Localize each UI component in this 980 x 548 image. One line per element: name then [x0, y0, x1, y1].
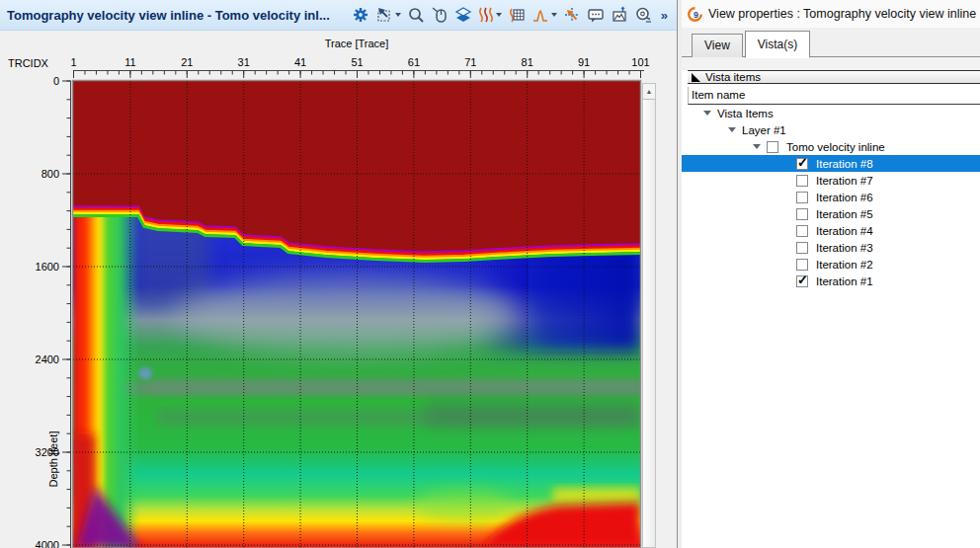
view-title: Tomography velocity view inline - Tomo v… [0, 8, 330, 23]
checkbox-unchecked[interactable] [767, 141, 778, 153]
settings-gear-icon[interactable] [350, 2, 371, 28]
checkbox-unchecked[interactable] [796, 208, 808, 220]
tree-row-layer-1[interactable]: Layer #1 [682, 121, 980, 138]
checkbox-unchecked[interactable] [796, 225, 808, 237]
checkbox-unchecked[interactable] [796, 242, 808, 254]
checkbox-checked[interactable]: ✓ [796, 158, 808, 170]
check-icon: ✓ [797, 274, 808, 287]
velocity-section-plot[interactable]: Trace [Trace] TRCIDX Depth [feet] 111213… [0, 30, 678, 548]
svg-text:51: 51 [351, 56, 363, 68]
svg-text:1: 1 [70, 56, 76, 68]
velocity-image [73, 81, 640, 548]
seismic-traces-icon[interactable] [476, 2, 504, 28]
svg-text:800: 800 [41, 168, 59, 180]
svg-text:2400: 2400 [36, 353, 59, 365]
application-window: Tomography velocity view inline - Tomo v… [0, 0, 980, 548]
tree-row-iteration-8[interactable]: ✓ Iteration #8 [682, 155, 980, 172]
crosshair-picking-icon[interactable] [561, 2, 583, 28]
left-axis-title: Depth [feet] [47, 431, 59, 488]
measure-tape-icon[interactable] [632, 2, 654, 28]
plot-vertical-scrollbar[interactable]: ▲ [642, 83, 656, 548]
tab-vistas[interactable]: Vista(s) [745, 31, 810, 58]
item-name-column-header[interactable]: Item name [688, 87, 980, 105]
panel-titlebar: 9 View properties : Tomography velocity … [682, 0, 980, 28]
check-icon: ✓ [797, 156, 808, 170]
checkbox-unchecked[interactable] [796, 259, 808, 271]
svg-text:3200: 3200 [36, 446, 59, 458]
chevron-down-icon [496, 13, 502, 17]
svg-text:9: 9 [694, 9, 698, 19]
vista-logo-icon: 9 [688, 7, 702, 22]
tree-row-iteration-1[interactable]: ✓ Iteration #1 [682, 273, 980, 289]
checkbox-checked[interactable]: ✓ [796, 275, 808, 287]
image-export-icon[interactable] [609, 2, 630, 28]
tree-row-iteration-6[interactable]: Iteration #6 [682, 189, 980, 205]
mouse-mode-icon[interactable] [429, 2, 450, 28]
view-titlebar: Tomography velocity view inline - Tomo v… [0, 0, 677, 31]
svg-text:11: 11 [124, 56, 135, 68]
svg-text:71: 71 [464, 56, 476, 68]
scroll-up-button[interactable]: ▲ [643, 84, 655, 100]
svg-text:4000: 4000 [36, 539, 59, 548]
view-pane: Tomography velocity view inline - Tomo v… [0, 0, 677, 548]
panel-title-text: View properties : Tomography velocity vi… [708, 7, 976, 21]
svg-text:0: 0 [53, 75, 59, 87]
tree-row-vista-items[interactable]: Vista Items [682, 105, 980, 121]
chevron-down-icon [551, 13, 557, 17]
toolbar-overflow-chevron[interactable]: » [656, 2, 673, 28]
group-header-label: Vista items [705, 71, 761, 83]
vista-items-group-header[interactable]: Vista items [688, 70, 980, 84]
svg-text:31: 31 [238, 56, 250, 68]
collapse-triangle-icon [692, 73, 700, 82]
export-view-icon[interactable] [373, 2, 403, 28]
svg-text:21: 21 [181, 56, 193, 68]
chevron-down-icon [395, 13, 401, 17]
svg-text:101: 101 [631, 56, 649, 68]
svg-text:61: 61 [408, 56, 420, 68]
wavelet-histogram-icon[interactable] [530, 2, 559, 28]
checkbox-unchecked[interactable] [796, 192, 808, 203]
zoom-icon[interactable] [405, 2, 427, 28]
panel-tabbar: View Vista(s) [682, 28, 980, 57]
tree-row-iteration-3[interactable]: Iteration #3 [682, 239, 980, 256]
svg-text:41: 41 [294, 56, 306, 68]
view-toolbar: » [350, 2, 677, 28]
trace-table-icon[interactable] [506, 2, 528, 28]
expander-icon[interactable] [728, 127, 736, 132]
view-properties-panel: 9 View properties : Tomography velocity … [682, 0, 980, 548]
comments-icon[interactable] [585, 2, 607, 28]
tree-row-iteration-5[interactable]: Iteration #5 [682, 205, 980, 222]
tree-row-iteration-4[interactable]: Iteration #4 [682, 222, 980, 239]
vista-items-tree: Vista Items Layer #1 Tomo velocity inlin… [682, 105, 980, 289]
checkbox-unchecked[interactable] [796, 175, 808, 187]
tab-view[interactable]: View [692, 34, 743, 57]
expander-icon[interactable] [703, 111, 711, 116]
vistas-tab-content: Vista items Item name Vista Items Layer … [682, 70, 980, 548]
scroll-up-arrow-icon: ▲ [646, 88, 653, 95]
svg-text:91: 91 [578, 56, 590, 68]
expander-icon[interactable] [753, 144, 761, 149]
layers-icon[interactable] [452, 2, 474, 28]
tree-row-iteration-2[interactable]: Iteration #2 [682, 256, 980, 273]
tree-row-tomo-velocity-inline[interactable]: Tomo velocity inline [682, 138, 980, 155]
tree-row-iteration-7[interactable]: Iteration #7 [682, 172, 980, 189]
corner-label: TRCIDX [8, 57, 49, 69]
svg-text:1600: 1600 [36, 261, 59, 273]
svg-text:81: 81 [522, 56, 533, 68]
top-axis-title: Trace [Trace] [325, 38, 389, 49]
